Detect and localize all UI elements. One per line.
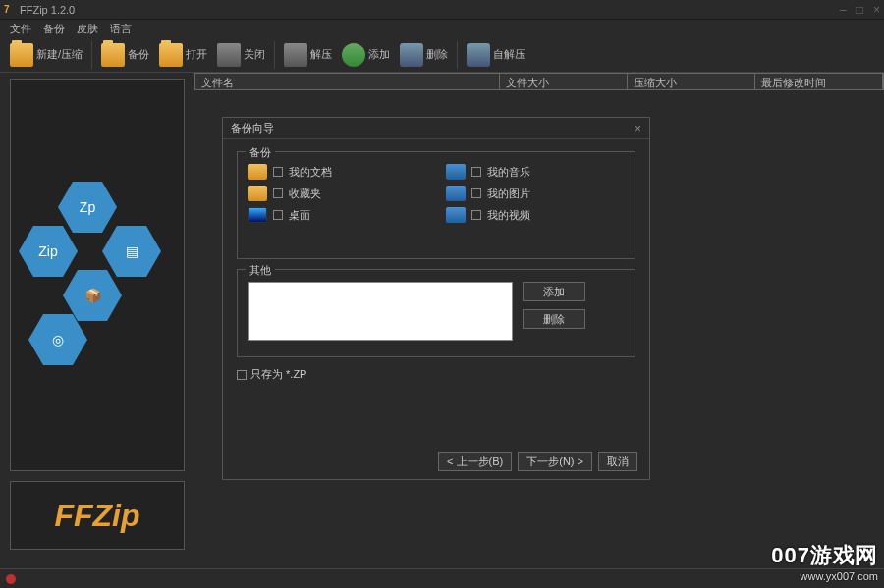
source-label: 我的文档 <box>289 165 332 180</box>
prev-button[interactable]: < 上一步(B) <box>438 452 512 471</box>
brand-panel: FFZip <box>10 481 185 550</box>
hex-archive-icon[interactable]: ▤ <box>102 226 161 277</box>
tb-close-label: 关闭 <box>244 47 265 62</box>
menu-skin[interactable]: 皮肤 <box>77 22 98 35</box>
tb-new-label: 新建/压缩 <box>36 47 83 62</box>
watermark-url: www.yx007.com <box>771 570 878 582</box>
add-path-button[interactable]: 添加 <box>523 282 585 301</box>
hex-box-icon[interactable]: 📦 <box>63 270 122 321</box>
checkbox[interactable] <box>273 210 283 220</box>
col-packed[interactable]: 压缩大小 <box>628 74 755 89</box>
brand-logo: FFZip <box>54 498 139 534</box>
add-icon <box>342 43 365 67</box>
tb-sfx-label: 自解压 <box>493 47 525 62</box>
remove-path-button[interactable]: 删除 <box>523 309 585 329</box>
maximize-button[interactable]: □ <box>856 3 863 17</box>
separator <box>274 41 275 69</box>
tb-extract[interactable]: 解压 <box>280 41 336 69</box>
col-modified[interactable]: 最后修改时间 <box>755 74 883 89</box>
sidebar: Zp ▤ Zip 📦 ◎ FFZip <box>0 73 194 568</box>
dialog-close-button[interactable]: × <box>635 122 641 135</box>
minimize-button[interactable]: – <box>840 3 847 17</box>
separator <box>91 41 92 69</box>
sources-grid: 我的文档 我的音乐 收藏夹 我的图片 桌面 我的视频 <box>248 164 625 223</box>
window-title: FFZip 1.2.0 <box>20 4 75 16</box>
desktop-icon <box>248 207 267 223</box>
content-area: 文件名 文件大小 压缩大小 最后修改时间 备份向导 × 备份 我的文档 我的音乐… <box>194 73 884 568</box>
other-buttons: 添加 删除 <box>523 282 585 347</box>
app-icon: 7 <box>4 4 16 16</box>
checkbox[interactable] <box>471 210 481 220</box>
source-my-pictures[interactable]: 我的图片 <box>446 186 625 201</box>
source-my-videos[interactable]: 我的视频 <box>446 207 625 223</box>
next-button[interactable]: 下一步(N) > <box>518 452 592 471</box>
close-file-icon <box>217 43 241 67</box>
dialog-body: 备份 我的文档 我的音乐 收藏夹 我的图片 桌面 我的视频 其他 添加 <box>223 139 649 394</box>
checkbox[interactable] <box>273 188 283 198</box>
tb-new[interactable]: 新建/压缩 <box>6 41 86 69</box>
tb-open-label: 打开 <box>186 47 207 62</box>
tb-close[interactable]: 关闭 <box>213 41 269 69</box>
hex-zp-icon[interactable]: Zp <box>58 182 117 233</box>
statusbar <box>0 568 884 588</box>
hex-disc-icon[interactable]: ◎ <box>28 314 87 365</box>
tb-backup[interactable]: 备份 <box>97 41 153 69</box>
backup-wizard-dialog: 备份向导 × 备份 我的文档 我的音乐 收藏夹 我的图片 桌面 我的视频 <box>222 117 650 480</box>
group-other-legend: 其他 <box>246 263 275 278</box>
source-label: 我的音乐 <box>487 165 530 180</box>
col-name[interactable]: 文件名 <box>195 74 500 89</box>
menu-file[interactable]: 文件 <box>10 22 31 35</box>
folder-open-icon <box>159 43 183 67</box>
hex-cluster: Zp ▤ Zip 📦 ◎ <box>19 182 176 368</box>
favorites-folder-icon <box>248 186 267 201</box>
close-button[interactable]: × <box>873 3 880 17</box>
tb-open[interactable]: 打开 <box>155 41 211 69</box>
folder-icon <box>10 43 33 67</box>
save-as-checkbox[interactable] <box>237 370 247 380</box>
other-sources-group: 其他 添加 删除 <box>237 269 635 357</box>
videos-folder-icon <box>446 207 466 223</box>
dialog-footer: < 上一步(B) 下一步(N) > 取消 <box>438 452 637 471</box>
watermark-title: 007游戏网 <box>771 541 878 570</box>
source-label: 我的图片 <box>487 187 530 201</box>
hex-zip-icon[interactable]: Zip <box>19 226 78 277</box>
toolbar: 新建/压缩 备份 打开 关闭 解压 添加 删除 自解压 <box>0 37 884 73</box>
col-size[interactable]: 文件大小 <box>500 74 628 89</box>
custom-paths-list[interactable] <box>248 282 513 341</box>
status-indicator-icon <box>6 574 16 584</box>
titlebar: 7 FFZip 1.2.0 – □ × <box>0 0 884 20</box>
source-my-documents[interactable]: 我的文档 <box>248 164 426 180</box>
tb-sfx[interactable]: 自解压 <box>463 41 529 69</box>
checkbox[interactable] <box>273 167 283 177</box>
tb-delete[interactable]: 删除 <box>396 41 452 69</box>
dialog-title: 备份向导 <box>231 121 274 135</box>
tb-add[interactable]: 添加 <box>338 41 394 69</box>
main-area: Zp ▤ Zip 📦 ◎ FFZip 文件名 文件大小 压缩大小 最后修改时间 … <box>0 73 884 568</box>
checkbox[interactable] <box>471 167 481 177</box>
sfx-icon <box>467 43 490 67</box>
window-controls: – □ × <box>840 3 880 17</box>
delete-icon <box>400 43 423 67</box>
tb-add-label: 添加 <box>368 47 390 62</box>
source-favorites[interactable]: 收藏夹 <box>248 186 426 201</box>
tb-delete-label: 删除 <box>426 47 448 62</box>
save-as-row: 只存为 *.ZP <box>237 367 635 382</box>
checkbox[interactable] <box>471 188 481 198</box>
tb-backup-label: 备份 <box>128 47 149 62</box>
hex-panel: Zp ▤ Zip 📦 ◎ <box>10 79 185 471</box>
source-label: 我的视频 <box>487 208 530 223</box>
music-folder-icon <box>446 164 466 180</box>
menu-backup[interactable]: 备份 <box>43 22 65 35</box>
menubar: 文件 备份 皮肤 语言 <box>0 20 884 37</box>
source-label: 收藏夹 <box>289 187 321 201</box>
source-my-music[interactable]: 我的音乐 <box>446 164 625 180</box>
save-as-label: 只存为 *.ZP <box>250 367 306 382</box>
folder-icon <box>101 43 125 67</box>
menu-lang[interactable]: 语言 <box>110 22 132 35</box>
separator <box>457 41 458 69</box>
group-backup-legend: 备份 <box>246 145 275 160</box>
folder-icon <box>248 164 267 180</box>
pictures-folder-icon <box>446 186 466 201</box>
cancel-button[interactable]: 取消 <box>598 452 637 471</box>
source-desktop[interactable]: 桌面 <box>248 207 426 223</box>
